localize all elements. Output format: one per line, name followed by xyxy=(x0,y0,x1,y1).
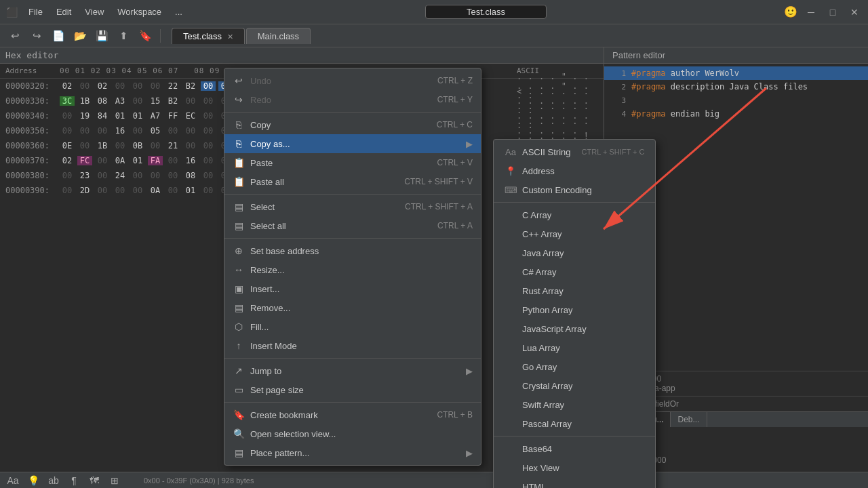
menu-insert-mode[interactable]: ↑ Insert Mode xyxy=(224,336,481,355)
copy-as-submenu: Aa ASCII String CTRL + SHIFT + C 📍 Addre… xyxy=(493,139,656,488)
tab-test-class[interactable]: Test.class ✕ xyxy=(172,28,245,44)
open-button[interactable]: 📂 xyxy=(71,26,90,45)
menu-separator xyxy=(224,238,481,239)
copy-icon: ⎘ xyxy=(233,119,245,131)
maximize-button[interactable]: □ xyxy=(825,4,841,20)
submenu-c-array[interactable]: C Array xyxy=(494,205,655,224)
upload-button[interactable]: ⬆ xyxy=(114,26,133,45)
ascii-string-icon: Aa xyxy=(505,146,517,158)
menu-fill[interactable]: ⬡ Fill... xyxy=(224,317,481,336)
submenu-hex-view[interactable]: Hex View xyxy=(494,458,655,477)
text-icon[interactable]: ab xyxy=(46,473,61,488)
toolbar: ↩ ↪ 📄 📂 💾 ⬆ 🔖 Test.class ✕ Main.class xyxy=(0,24,868,47)
submenu-address[interactable]: 📍 Address xyxy=(494,161,655,180)
submenu-go-array[interactable]: Go Array xyxy=(494,357,655,376)
map-icon[interactable]: 🗺 xyxy=(87,473,102,488)
menu-paste-all[interactable]: 📋 Paste all CTRL + SHIFT + V xyxy=(224,172,481,191)
menu-edit[interactable]: Edit xyxy=(51,5,77,18)
save-button[interactable]: 💾 xyxy=(92,26,111,45)
set-base-icon: ⊕ xyxy=(233,245,245,257)
java-array-icon xyxy=(505,247,517,259)
submenu-ascii-string[interactable]: Aa ASCII String CTRL + SHIFT + C xyxy=(494,142,655,161)
menu-copy-label: Copy xyxy=(250,120,415,130)
submenu-lua-array[interactable]: Lua Array xyxy=(494,338,655,357)
menu-select-all[interactable]: ▤ Select all CTRL + A xyxy=(224,216,481,235)
jump-submenu-arrow-icon: ▶ xyxy=(466,366,473,376)
menu-redo[interactable]: ↪ Redo CTRL + Y xyxy=(224,90,481,109)
tab-bar: Test.class ✕ Main.class xyxy=(172,28,312,44)
pascal-array-icon xyxy=(505,418,517,430)
close-button[interactable]: ✕ xyxy=(846,4,863,20)
menu-bookmark[interactable]: 🔖 Create bookmark CTRL + B xyxy=(224,405,481,424)
menu-bar: File Edit View Workspace ... xyxy=(23,5,188,18)
fill-icon: ⬡ xyxy=(233,321,245,333)
submenu-rust-array[interactable]: Rust Array xyxy=(494,281,655,300)
copy-as-icon: ⎘ xyxy=(233,138,245,150)
crystal-array-icon xyxy=(505,380,517,392)
paragraph-icon[interactable]: ¶ xyxy=(66,473,81,488)
menu-copy-shortcut: CTRL + C xyxy=(437,120,473,129)
font-icon[interactable]: Aa xyxy=(5,473,20,488)
javascript-array-label: JavaScript Array xyxy=(522,324,587,334)
title-bar: ⬛ File Edit View Workspace ... Test.clas… xyxy=(0,0,868,24)
menu-select[interactable]: ▤ Select CTRL + SHIFT + A xyxy=(224,197,481,216)
menu-remove[interactable]: ▤ Remove... xyxy=(224,298,481,317)
submenu-base64[interactable]: Base64 xyxy=(494,439,655,458)
submenu-custom-encoding[interactable]: ⌨ Custom Encoding xyxy=(494,180,655,199)
paste-all-icon: 📋 xyxy=(233,176,245,188)
tab-close-test[interactable]: ✕ xyxy=(227,33,233,41)
menu-copy-as[interactable]: ⎘ Copy as... ▶ xyxy=(224,134,481,153)
new-button[interactable]: 📄 xyxy=(49,26,68,45)
pattern-tab-deb[interactable]: Deb... xyxy=(671,412,707,427)
menu-undo[interactable]: ↩ Undo CTRL + Z xyxy=(224,71,481,90)
menu-set-base[interactable]: ⊕ Set base address xyxy=(224,241,481,260)
status-bar: Aa 💡 ab ¶ 🗺 ⊞ 0x00 - 0x39F (0x3A0) | 928… xyxy=(0,472,868,488)
menu-more[interactable]: ... xyxy=(170,5,188,18)
menu-paste-shortcut: CTRL + V xyxy=(437,158,473,167)
hex-view-icon xyxy=(505,462,517,474)
submenu-cpp-array[interactable]: C++ Array xyxy=(494,224,655,243)
menu-paste[interactable]: 📋 Paste CTRL + V xyxy=(224,153,481,172)
tab-main-class[interactable]: Main.class xyxy=(246,28,311,44)
submenu-csharp-array[interactable]: C# Array xyxy=(494,262,655,281)
python-array-icon xyxy=(505,304,517,316)
submenu-swift-array[interactable]: Swift Array xyxy=(494,395,655,414)
menu-insert[interactable]: ▣ Insert... xyxy=(224,279,481,298)
menu-undo-shortcut: CTRL + Z xyxy=(437,76,473,85)
menu-set-page[interactable]: ▭ Set page size xyxy=(224,380,481,399)
grid-icon[interactable]: ⊞ xyxy=(107,473,122,488)
minimize-button[interactable]: ─ xyxy=(803,4,819,20)
go-array-icon xyxy=(505,361,517,373)
submenu-javascript-array[interactable]: JavaScript Array xyxy=(494,319,655,338)
java-array-label: Java Array xyxy=(522,248,564,258)
submenu-python-array[interactable]: Python Array xyxy=(494,300,655,319)
redo-button[interactable]: ↪ xyxy=(27,26,46,45)
menu-resize[interactable]: ↔ Resize... xyxy=(224,260,481,279)
menu-fill-label: Fill... xyxy=(250,322,473,332)
menu-file[interactable]: File xyxy=(23,5,48,18)
menu-select-shortcut: CTRL + SHIFT + A xyxy=(405,202,473,211)
app-icon: ⬛ xyxy=(5,6,18,18)
menu-open-sel-label: Open selection view... xyxy=(250,429,473,439)
menu-open-sel[interactable]: 🔍 Open selection view... xyxy=(224,424,481,443)
bookmark-button[interactable]: 🔖 xyxy=(136,26,155,45)
menu-paste-all-shortcut: CTRL + SHIFT + V xyxy=(404,177,473,186)
menu-copy[interactable]: ⎘ Copy CTRL + C xyxy=(224,115,481,134)
toolbar-separator xyxy=(160,29,161,43)
html-label: HTML xyxy=(522,482,546,489)
context-menu: ↩ Undo CTRL + Z ↪ Redo CTRL + Y ⎘ Copy C… xyxy=(224,68,481,466)
submenu-crystal-array[interactable]: Crystal Array xyxy=(494,376,655,395)
menu-set-base-label: Set base address xyxy=(250,246,473,256)
menu-workspace[interactable]: Workspace xyxy=(112,5,167,18)
menu-view[interactable]: View xyxy=(79,5,109,18)
csharp-array-icon xyxy=(505,266,517,278)
ascii-string-shortcut: CTRL + SHIFT + C xyxy=(582,148,645,156)
light-icon[interactable]: 💡 xyxy=(26,473,41,488)
submenu-html[interactable]: HTML xyxy=(494,477,655,488)
python-array-label: Python Array xyxy=(522,305,572,315)
submenu-java-array[interactable]: Java Array xyxy=(494,243,655,262)
undo-button[interactable]: ↩ xyxy=(5,26,24,45)
submenu-pascal-array[interactable]: Pascal Array xyxy=(494,414,655,433)
menu-jump-to[interactable]: ↗ Jump to ▶ xyxy=(224,361,481,380)
menu-place-pattern[interactable]: ▤ Place pattern... ▶ xyxy=(224,443,481,462)
